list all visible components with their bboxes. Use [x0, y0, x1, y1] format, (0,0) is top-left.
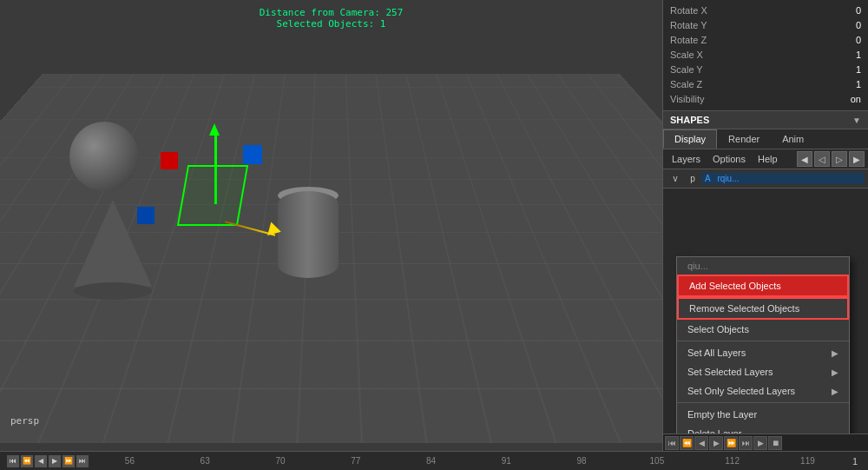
lb-btn-5[interactable]: ⏩ — [724, 436, 738, 450]
ctx-remove-selected-label: Remove Selected Objects — [689, 303, 799, 314]
menu-help[interactable]: Help — [753, 152, 783, 166]
shapes-header: SHAPES ▼ — [663, 111, 868, 129]
lb-btn-4[interactable]: ▶ — [709, 436, 723, 450]
distance-text: Distance from Camera: 257 — [260, 7, 404, 18]
scale-z-row: Scale Z 1 — [670, 77, 861, 92]
red-cube-object — [161, 152, 178, 169]
viewport-overlay: Distance from Camera: 257 Selected Objec… — [260, 7, 404, 30]
tab-render[interactable]: Render — [717, 129, 771, 149]
layer-bottom: ⏮ ⏪ ◀ ▶ ⏩ ⏭ ▶ ⏹ — [663, 434, 868, 451]
menu-layers[interactable]: Layers — [667, 152, 706, 166]
selected-objects-text: Selected Objects: 1 — [260, 18, 404, 30]
lb-btn-7[interactable]: ▶ — [753, 436, 767, 450]
shapes-collapse-icon[interactable]: ▼ — [852, 116, 861, 125]
timeline: ⏮ ⏪ ◀ ▶ ⏩ ⏭ 56 63 70 77 84 91 98 105 112… — [0, 451, 868, 470]
toolbar-icon-1[interactable]: ◀ — [797, 151, 812, 167]
properties-section: Rotate X 0 Rotate Y 0 Rotate Z 0 Scale X… — [663, 0, 868, 111]
ctx-add-selected-objects[interactable]: Add Selected Objects — [677, 275, 849, 297]
mark-77: 77 — [318, 456, 393, 466]
scale-z-label: Scale Z — [670, 77, 702, 92]
layer-area[interactable]: v p A rqiu... qiu... Add Selected Object… — [663, 169, 868, 434]
sphere-object — [69, 122, 139, 191]
ctx-arrow-icon-2: ▶ — [832, 367, 838, 377]
current-frame: 1 — [845, 456, 865, 467]
mark-70: 70 — [243, 456, 319, 466]
ctx-set-selected-layers[interactable]: Set Selected Layers ▶ — [677, 362, 849, 381]
ctx-set-all-layers-label: Set All Layers — [687, 348, 746, 358]
toolbar-icon-2[interactable]: ◁ — [814, 151, 830, 167]
ctx-empty-layer-label: Empty the Layer — [687, 409, 757, 420]
tab-anim[interactable]: Anim — [771, 129, 815, 149]
visibility-value: on — [851, 92, 861, 107]
mark-105: 105 — [619, 456, 694, 466]
ctx-set-all-layers[interactable]: Set All Layers ▶ — [677, 343, 849, 362]
ctx-delete-layer[interactable]: Delete Layer — [677, 424, 849, 434]
ctx-arrow-icon-3: ▶ — [832, 387, 838, 396]
viewport[interactable]: Distance from Camera: 257 Selected Objec… — [0, 0, 662, 451]
tl-fast-fwd[interactable]: ⏭ — [76, 455, 89, 467]
cube-object — [177, 165, 248, 226]
layer-header-row: v p A rqiu... — [663, 169, 868, 189]
viewport-label: persp — [10, 415, 39, 427]
panel-tabs: Display Render Anim — [663, 129, 868, 149]
col-p: p — [684, 174, 701, 183]
rotate-x-label: Rotate X — [670, 3, 707, 18]
toolbar-icon-3[interactable]: ▷ — [832, 151, 847, 167]
tab-display[interactable]: Display — [663, 129, 717, 149]
tl-step-fwd[interactable]: ⏩ — [62, 455, 75, 467]
mark-91: 91 — [469, 456, 544, 466]
ctx-item-qiu: qiu... — [677, 257, 849, 275]
tl-next-frame[interactable]: ▶ — [49, 455, 61, 467]
lb-btn-3[interactable]: ◀ — [694, 436, 708, 450]
lb-btn-8[interactable]: ⏹ — [768, 436, 782, 450]
lb-btn-1[interactable]: ⏮ — [665, 436, 679, 450]
rotate-y-value: 0 — [856, 18, 861, 33]
rotate-z-label: Rotate Z — [670, 33, 707, 48]
scale-x-row: Scale X 1 — [670, 48, 861, 63]
ctx-set-selected-layers-label: Set Selected Layers — [687, 367, 773, 377]
mark-84: 84 — [393, 456, 469, 466]
ctx-delete-layer-label: Delete Layer — [687, 428, 741, 434]
tl-prev-frame[interactable]: ◀ — [35, 455, 47, 467]
rotate-x-value: 0 — [856, 3, 861, 18]
context-menu: qiu... Add Selected Objects Remove Selec… — [676, 256, 850, 434]
rotate-x-row: Rotate X 0 — [670, 3, 861, 18]
blue-cube2-object — [137, 207, 155, 224]
scale-x-label: Scale X — [670, 48, 703, 63]
main-area: Distance from Camera: 257 Selected Objec… — [0, 0, 868, 451]
ctx-select-objects-label: Select Objects — [687, 324, 749, 334]
cone-base — [74, 282, 152, 300]
blue-cube-object — [243, 145, 262, 164]
scale-z-value: 1 — [856, 77, 861, 92]
shapes-title: SHAPES — [670, 115, 709, 125]
timeline-controls: ⏮ ⏪ ◀ ▶ ⏩ ⏭ — [3, 455, 92, 467]
lb-btn-6[interactable]: ⏭ — [739, 436, 753, 450]
visibility-label: Visibility — [670, 92, 705, 107]
scale-y-row: Scale Y 1 — [670, 63, 861, 77]
mark-63: 63 — [168, 456, 243, 466]
toolbar-icon-4[interactable]: ▶ — [849, 151, 865, 167]
menu-options[interactable]: Options — [707, 152, 751, 166]
cylinder-object — [278, 191, 339, 278]
rotate-y-label: Rotate Y — [670, 18, 707, 33]
ctx-empty-layer[interactable]: Empty the Layer — [677, 405, 849, 424]
visibility-row: Visibility on — [670, 92, 861, 107]
ctx-select-objects[interactable]: Select Objects — [677, 320, 849, 339]
ctx-set-only-selected-layers-label: Set Only Selected Layers — [687, 386, 795, 396]
mark-56: 56 — [92, 456, 168, 466]
toolbar-icons: ◀ ◁ ▷ ▶ — [797, 151, 865, 167]
right-panel: Rotate X 0 Rotate Y 0 Rotate Z 0 Scale X… — [662, 0, 868, 451]
mark-98: 98 — [544, 456, 620, 466]
ctx-set-only-selected-layers[interactable]: Set Only Selected Layers ▶ — [677, 381, 849, 400]
ctx-separator-1 — [677, 341, 849, 341]
mark-119: 119 — [770, 456, 845, 466]
scale-y-value: 1 — [856, 63, 861, 77]
rotate-z-row: Rotate Z 0 — [670, 33, 861, 48]
ctx-separator-2 — [677, 402, 849, 403]
panel-menu: Layers Options Help ◀ ◁ ▷ ▶ — [663, 149, 868, 169]
timeline-marks: 56 63 70 77 84 91 98 105 112 119 — [92, 456, 845, 466]
tl-rewind[interactable]: ⏮ — [7, 455, 19, 467]
ctx-remove-selected-objects[interactable]: Remove Selected Objects — [677, 297, 849, 320]
lb-btn-2[interactable]: ⏪ — [680, 436, 694, 450]
tl-step-back[interactable]: ⏪ — [21, 455, 33, 467]
